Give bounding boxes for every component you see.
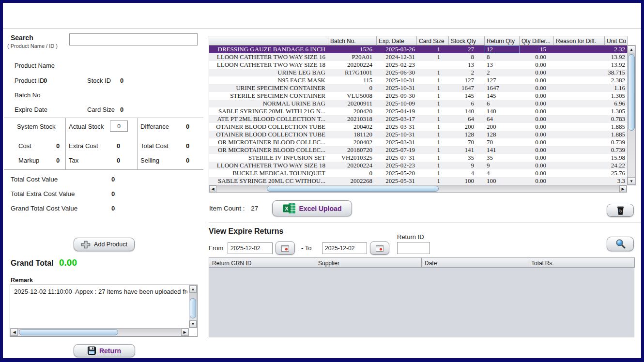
actual-stock-input[interactable] (110, 121, 128, 132)
stock-col-batch-no[interactable]: Batch No. (328, 36, 377, 45)
batch-no-cell: 0 (328, 169, 377, 177)
returns-col-supplier[interactable]: Supplier (315, 257, 422, 268)
return-qty-cell[interactable]: 70 (485, 138, 520, 146)
return-button[interactable]: Return (74, 344, 135, 357)
return-qty-cell[interactable]: 64 (485, 115, 520, 123)
stats-divider (65, 118, 66, 169)
stock-col-exp-date[interactable]: Exp. Date (377, 36, 417, 45)
scroll-down-icon[interactable]: ▼ (628, 177, 635, 185)
qty-diff-cell: 0.00 (520, 92, 554, 100)
scroll-down-icon[interactable]: ▼ (189, 320, 197, 328)
return-qty-cell[interactable]: 12 (485, 45, 520, 53)
return-qty-cell[interactable]: 35 (485, 154, 520, 162)
scroll-left-icon[interactable]: ◀ (209, 185, 216, 192)
return-qty-cell[interactable]: 1647 (485, 84, 520, 92)
stock-table-row[interactable]: DRESSING GAUZE BANDAGE 6 INCH15262025-03… (209, 45, 628, 53)
return-qty-cell[interactable]: 140 (485, 107, 520, 115)
stock-vscroll-thumb[interactable] (628, 54, 635, 131)
scroll-right-icon[interactable]: ▶ (619, 185, 627, 192)
stock-hscroll-thumb[interactable] (267, 186, 439, 192)
selling-label: Selling (140, 157, 159, 164)
card-size-cell: 1 (417, 138, 449, 146)
batch-no-label: Batch No (15, 91, 40, 99)
scroll-right-icon[interactable]: ▶ (181, 329, 188, 336)
unit-cost-cell: 24.22 (605, 162, 628, 169)
stock-col-stock-qty[interactable]: Stock Qty (449, 36, 485, 45)
qty-diff-cell: 0.00 (520, 138, 554, 146)
qty-diff-cell: 0.00 (520, 115, 554, 123)
stock-table-row[interactable]: LLOON CATHETER TWO WAY SIZE 182020022420… (209, 162, 628, 169)
return-qty-cell[interactable]: 2 (485, 69, 520, 76)
stock-col-return-qty[interactable]: Return Qty (485, 36, 520, 45)
to-date-picker-button[interactable] (370, 241, 389, 255)
from-date-picker-button[interactable] (276, 241, 295, 255)
stock-col-product[interactable] (209, 36, 328, 45)
reason-cell (554, 177, 605, 185)
stock-table-row[interactable]: STERILE IV INFUSION SETVH20103252025-07-… (209, 154, 628, 162)
excel-upload-button[interactable]: X Excel Upload (272, 200, 352, 216)
qty-diff-cell: 0.00 (520, 177, 554, 185)
stock-col-card-size[interactable]: Card Size (417, 36, 449, 45)
remark-hscroll-thumb[interactable] (19, 329, 118, 335)
stock-table-row[interactable]: OR MICROTAINER BLOOD COLLEC...2018072020… (209, 146, 628, 154)
stock-table-row[interactable]: STERILE SPECIMEN CONTAINERVLU50082025-09… (209, 92, 628, 100)
return-qty-cell[interactable]: 141 (485, 146, 520, 154)
return-id-input[interactable] (397, 242, 430, 254)
stock-table-row[interactable]: ATE PT 2ML BLOOD COLLECTION T...20210318… (209, 115, 628, 123)
cost-label: Cost (18, 142, 31, 150)
from-date-input[interactable] (228, 242, 273, 254)
scroll-up-icon[interactable]: ▲ (628, 45, 635, 53)
remark-vscroll-thumb[interactable] (190, 298, 196, 318)
remark-vertical-scrollbar[interactable]: ▲ ▼ (189, 285, 197, 328)
stock-table-row[interactable]: SABLE SYRINGE 20ML CC WITHOU...200226820… (209, 177, 628, 185)
return-qty-cell[interactable]: 128 (485, 131, 520, 138)
stock-qty-cell: 64 (449, 115, 485, 123)
product-id-value: 0 (44, 77, 47, 84)
batch-no-cell: 1526 (328, 45, 377, 53)
expire-date-label: Expire Date (15, 106, 47, 113)
return-qty-cell[interactable]: 8 (485, 53, 520, 61)
remark-textarea[interactable]: 2025-12-02 11:10:00 Appex : 27 items hav… (10, 285, 198, 337)
stock-horizontal-scrollbar[interactable]: ◀ ▶ (209, 185, 627, 193)
search-returns-button[interactable] (607, 237, 634, 251)
returns-col-date[interactable]: Date (422, 257, 528, 268)
stock-vertical-scrollbar[interactable]: ▲ ▼ (627, 45, 636, 185)
return-qty-cell[interactable]: 100 (485, 177, 520, 185)
returns-col-return-grn-id[interactable]: Return GRN ID (209, 257, 315, 268)
stock-table-row[interactable]: LLOON CATHETER TWO WAY SIZE 182020022420… (209, 61, 628, 69)
stock-col-unit-cost[interactable]: Unit Co (605, 36, 628, 45)
return-qty-cell[interactable]: 145 (485, 92, 520, 100)
stock-table-row[interactable]: SABLE SYRINGE 20ML WITH 21G N...20042020… (209, 107, 628, 115)
to-date-input[interactable] (322, 242, 367, 254)
stock-col-reason[interactable]: Reason for Diff. (554, 36, 605, 45)
clear-list-button[interactable]: ↻ (607, 204, 634, 217)
remark-horizontal-scrollbar[interactable]: ◀ ▶ (10, 328, 189, 336)
return-qty-cell[interactable]: 9 (485, 162, 520, 169)
card-size-cell: 1 (417, 69, 449, 76)
stock-table-row[interactable]: NORMAL URINE BAG202009112025-10-091660.0… (209, 100, 628, 107)
stock-table-row[interactable]: OTAINER BLOOD COLLECTION TUBE2004022025-… (209, 123, 628, 131)
return-qty-cell[interactable]: 4 (485, 169, 520, 177)
excel-upload-label: Excel Upload (299, 205, 342, 212)
stock-table-row[interactable]: BUCKLE MEDICAL TOUNIQUET02025-05-201440.… (209, 169, 628, 177)
stock-table-row[interactable]: OTAINER BLOOD COLLECTION TUBE1811202025-… (209, 131, 628, 138)
stock-table-row[interactable]: URINE LEG BAGR17G10012025-06-301220.0038… (209, 69, 628, 76)
scroll-left-icon[interactable]: ◀ (11, 329, 18, 336)
return-qty-cell[interactable]: 200 (485, 123, 520, 131)
stock-col-qty-diff[interactable]: Qty Differ... (520, 36, 554, 45)
return-qty-cell[interactable]: 13 (485, 61, 520, 69)
add-product-label: Add Product (94, 241, 127, 248)
stock-table-row[interactable]: OR MICROTAINER BLOOD COLLEC...2004022025… (209, 138, 628, 146)
stock-table-row[interactable]: LLOON CATHETER TWO WAY SIZE 16P20A012024… (209, 53, 628, 61)
stock-table-row[interactable]: URINE SPECIMEN CONTAINER02025-10-3111647… (209, 84, 628, 92)
add-product-button[interactable]: Add Product (74, 238, 135, 251)
scroll-up-icon[interactable]: ▲ (189, 286, 197, 293)
returns-col-total-rs[interactable]: Total Rs. (528, 257, 635, 268)
stock-table-row[interactable]: N95 FACE MASK1152025-10-3111271270.002.3… (209, 76, 628, 84)
exp-date-cell: 2025-07-31 (377, 154, 417, 162)
return-qty-cell[interactable]: 6 (485, 100, 520, 107)
expire-stock-table[interactable]: Batch No.Exp. DateCard SizeStock QtyRetu… (209, 36, 628, 185)
return-qty-cell[interactable]: 127 (485, 76, 520, 84)
stock-qty-cell: 100 (449, 177, 485, 185)
search-input[interactable] (69, 33, 198, 45)
